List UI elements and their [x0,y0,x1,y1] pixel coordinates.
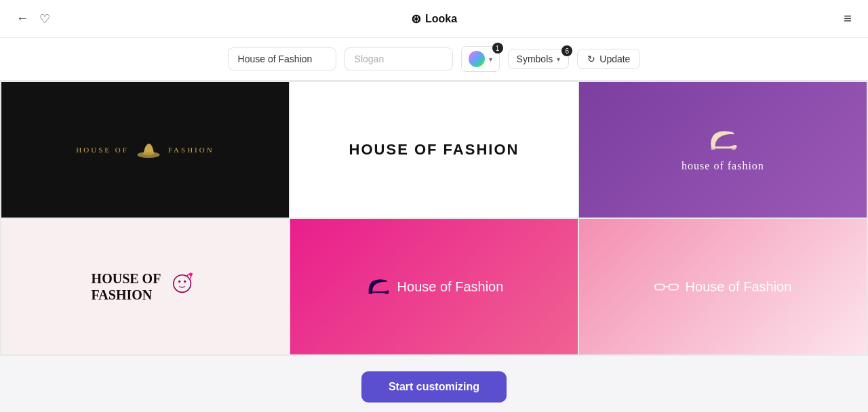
symbols-label: Symbols [517,54,553,64]
card-4-text: HOUSE OFFASHION [92,270,161,303]
logo-text: Looka [425,13,457,25]
color-swatch [469,51,485,67]
bottom-bar: Start customizing [0,358,868,412]
card-1-content: HOUSE OF FASHION [76,140,214,160]
update-label: Update [599,54,630,64]
back-button[interactable]: ← [16,12,28,26]
card-5-text: House of Fashion [397,279,504,295]
header-right: ≡ [844,11,852,26]
update-icon: ↻ [587,54,595,64]
logo-card-5[interactable]: House of Fashion [290,219,578,354]
card-3-content: house of fashion [682,127,764,172]
card-6-text: House of Fashion [686,279,792,295]
menu-button[interactable]: ≡ [844,11,852,26]
face-icon [169,272,199,302]
logo: ⊛ Looka [411,12,457,26]
card-2-text: HOUSE OF FASHION [349,141,519,159]
logo-grid: HOUSE OF FASHION HOUSE OF FASHION house [0,81,868,356]
header-left: ← ♡ [16,12,50,26]
svg-point-2 [174,275,191,293]
svg-point-1 [143,152,155,156]
header: ← ♡ ⊛ Looka ≡ [0,0,868,38]
slogan-input[interactable] [344,47,453,70]
symbols-badge: 6 [561,45,572,56]
logo-card-4[interactable]: HOUSE OFFASHION [1,219,289,354]
logo-card-1[interactable]: HOUSE OF FASHION [1,82,289,218]
color-badge: 1 [492,43,503,54]
logo-card-2[interactable]: HOUSE OF FASHION [290,82,578,218]
card-4-content: HOUSE OFFASHION [92,270,199,303]
svg-rect-9 [669,284,677,289]
start-customizing-button[interactable]: Start customizing [361,371,507,403]
glasses-icon [654,280,679,293]
favorites-button[interactable]: ♡ [39,12,50,26]
card-6-content: House of Fashion [654,279,792,295]
color-picker-button[interactable]: ▾ 1 [461,46,500,72]
toolbar: ▾ 1 Symbols ▾ 6 ↻ Update [0,38,868,81]
hat-icon [136,140,161,160]
card-1-text-left: HOUSE OF [76,146,128,154]
card-1-text-right: FASHION [168,146,214,154]
heel-icon-pink [365,277,389,296]
heel-icon [705,127,741,154]
logo-card-3[interactable]: house of fashion [579,82,867,218]
brand-name-input[interactable] [228,47,336,70]
svg-rect-8 [655,284,664,289]
card-5-content: House of Fashion [365,277,504,296]
color-chevron-icon: ▾ [489,56,492,63]
symbols-button[interactable]: Symbols ▾ 6 [508,49,570,69]
looka-icon: ⊛ [411,12,421,26]
svg-point-4 [184,281,186,283]
logo-card-6[interactable]: House of Fashion [579,219,867,354]
card-3-text: house of fashion [682,160,764,172]
symbols-chevron-icon: ▾ [557,56,560,63]
update-button[interactable]: ↻ Update [577,49,640,69]
svg-point-3 [178,281,180,283]
